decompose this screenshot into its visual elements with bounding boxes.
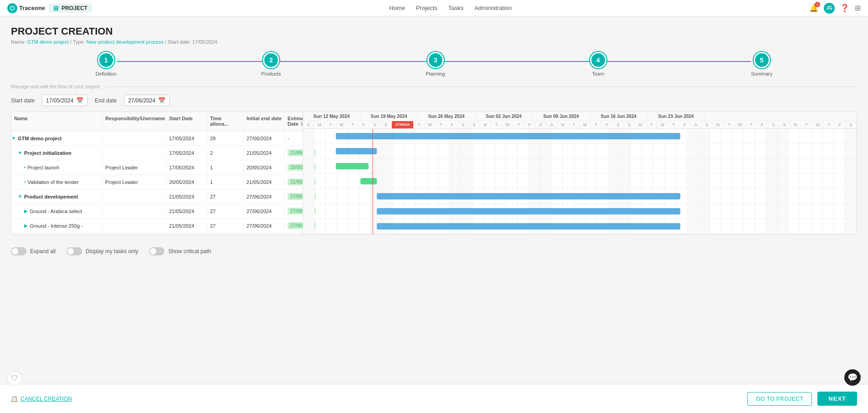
gantt-body-cell xyxy=(552,144,563,158)
gantt-day-cell: S xyxy=(370,121,380,128)
gantt-body-cell xyxy=(337,219,348,234)
expand-icon[interactable]: ▼ xyxy=(18,194,22,199)
breadcrumb-type[interactable]: New product development process xyxy=(87,39,164,45)
controls-row: Start date 17/05/2024 📅 End date 27/06/2… xyxy=(11,95,857,106)
row-responsibility: Project Leader xyxy=(103,177,166,187)
row-start-date: 21/05/2024 xyxy=(166,221,207,231)
gantt-body-cell xyxy=(314,144,326,158)
step-1[interactable]: 1 Definition xyxy=(96,52,117,76)
gantt-body-cell xyxy=(360,189,371,204)
gantt-chart-header: Sun 12 May 2024Sun 19 May 2024Sun 26 May… xyxy=(303,112,857,129)
breadcrumb-date-prefix: / Start date: xyxy=(165,39,191,45)
gantt-body-cell xyxy=(777,144,789,158)
gantt-week-cell: Sun 23 Jun 2024 xyxy=(647,112,705,121)
step-4[interactable]: 4 Team xyxy=(590,52,606,76)
step-label-5: Summary xyxy=(751,71,772,76)
gantt-body-cell xyxy=(744,159,755,173)
gantt-week-row: Sun 12 May 2024Sun 19 May 2024Sun 26 May… xyxy=(303,112,857,121)
gantt-body-cell xyxy=(439,159,450,173)
gantt-body-cell xyxy=(676,144,687,158)
gantt-body-cell xyxy=(744,204,755,219)
gantt-day-cell: S xyxy=(768,121,779,128)
gantt-body-row xyxy=(303,159,857,174)
gantt-body-cell xyxy=(789,129,800,143)
gantt-day-cell: F xyxy=(447,121,457,128)
gantt-day-cell: T xyxy=(646,121,657,128)
nav-project-text: PROJECT xyxy=(62,5,87,11)
step-circle-4: 4 xyxy=(590,52,606,68)
apps-button[interactable]: ⊞ xyxy=(855,4,861,12)
nav-tasks[interactable]: Tasks xyxy=(448,5,463,11)
row-initial-end: 27/06/2024 xyxy=(244,133,285,143)
expand-icon[interactable]: ▶ xyxy=(24,209,28,214)
col-initial-end: Initial end date xyxy=(244,112,285,131)
gantt-body-cell xyxy=(574,159,586,173)
gantt-day-cell: F xyxy=(834,121,845,128)
gantt-body-cell xyxy=(845,159,857,173)
gantt-body-row xyxy=(303,174,857,189)
help-button[interactable]: ❓ xyxy=(840,4,849,12)
gantt-container: Name Responsibility/Username Start Date … xyxy=(11,112,857,235)
expand-icon[interactable]: • xyxy=(24,165,26,170)
notification-badge: 3 xyxy=(815,2,820,7)
gantt-body-cell xyxy=(812,174,823,189)
breadcrumb: Name: GTM demo project / Type: New produ… xyxy=(11,39,857,45)
row-time-alloc: 27 xyxy=(207,206,244,216)
row-responsibility xyxy=(103,151,166,155)
breadcrumb-type-prefix: / Type: xyxy=(70,39,85,45)
gantt-day-cell: W xyxy=(502,121,513,128)
gantt-body-cell xyxy=(326,144,337,158)
step-circle-1: 1 xyxy=(98,52,114,68)
toggle-my-tasks-switch[interactable] xyxy=(67,247,82,255)
row-start-date: 17/05/2024 xyxy=(166,133,207,143)
gantt-body-cell xyxy=(518,144,529,158)
start-date-input[interactable]: 17/05/2024 📅 xyxy=(42,95,87,106)
nav-administration[interactable]: Administration xyxy=(474,5,512,11)
step-2[interactable]: 2 Products xyxy=(261,52,281,76)
gantt-body-cell xyxy=(314,174,326,189)
gantt-body-cell xyxy=(653,159,665,173)
end-date-input[interactable]: 27/06/2024 📅 xyxy=(124,95,169,106)
col-time-alloc: Time alloca... xyxy=(207,112,244,131)
notifications-button[interactable]: 🔔3 xyxy=(809,4,818,12)
gantt-body-cell xyxy=(461,159,473,173)
step-5[interactable]: 5 Summary xyxy=(751,52,772,76)
initial-end-text: 21/05/2024 xyxy=(247,150,272,156)
gantt-body-cell xyxy=(800,144,812,158)
gantt-body-cell xyxy=(710,144,721,158)
toggle-critical-path-switch[interactable] xyxy=(149,247,164,255)
gantt-day-cell: T xyxy=(823,121,834,128)
gantt-bar xyxy=(336,163,369,169)
nav-actions: 🔔3 JG ❓ ⊞ xyxy=(809,3,861,14)
gantt-body-cell xyxy=(777,189,789,204)
gantt-body-cell xyxy=(755,129,766,143)
row-initial-end: 27/06/2024 xyxy=(244,206,285,216)
step-3[interactable]: 3 Planning xyxy=(426,52,445,76)
expand-icon[interactable]: ▼ xyxy=(11,136,16,141)
gantt-day-cell: S xyxy=(380,121,391,128)
nav-home[interactable]: Home xyxy=(389,5,405,11)
expand-icon[interactable]: ▶ xyxy=(24,223,28,228)
nav-projects[interactable]: Projects xyxy=(416,5,437,11)
gantt-body-cell xyxy=(744,219,755,234)
toggle-expand-all-switch[interactable] xyxy=(11,247,26,255)
gantt-body-cell xyxy=(721,159,732,173)
expand-icon[interactable]: • xyxy=(24,179,26,184)
gantt-body-cell xyxy=(744,189,755,204)
row-name-text: Ground - Intenso 250g - xyxy=(30,223,83,229)
start-date-label: Start date xyxy=(11,97,35,104)
gantt-table: Name Responsibility/Username Start Date … xyxy=(11,112,303,234)
app-logo: Traceone xyxy=(7,3,45,13)
gantt-body-cell xyxy=(563,159,574,173)
gantt-body-cell xyxy=(631,174,642,189)
row-name-text: Validation of the tender xyxy=(28,179,79,185)
gantt-body-cell xyxy=(303,219,314,234)
gantt-body-cell xyxy=(552,174,563,189)
gantt-body-row xyxy=(303,219,857,234)
gantt-body-cell xyxy=(314,219,326,234)
expand-icon[interactable]: ▼ xyxy=(18,150,22,155)
gantt-body-cell xyxy=(518,174,529,189)
gantt-body-cell xyxy=(687,129,699,143)
breadcrumb-name[interactable]: GTM demo project xyxy=(27,39,68,45)
gantt-table-body: ▼ GTM demo project 17/05/2024 29 27/06/2… xyxy=(11,131,303,233)
